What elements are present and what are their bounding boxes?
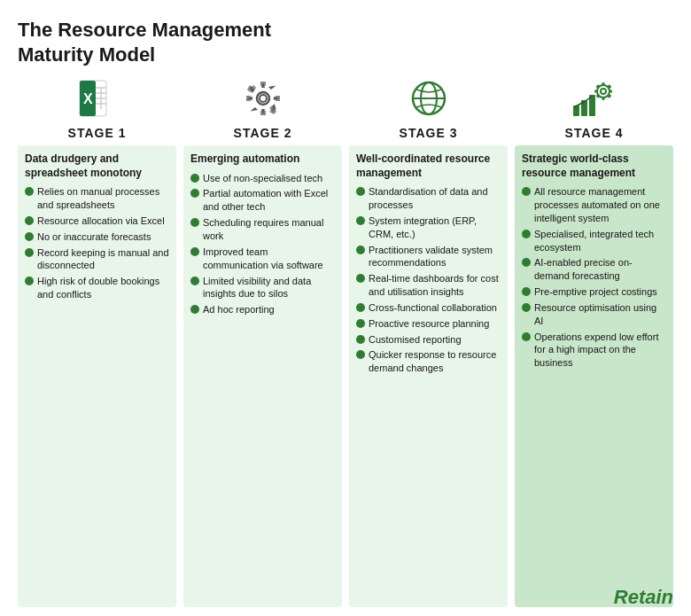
list-item: Real-time dashboards for cost and utilis… [356,272,501,299]
list-item: Resource allocation via Excel [25,214,169,228]
list-item: Scheduling requires manual work [190,216,335,243]
svg-rect-16 [602,97,604,100]
chart-gear-icon [571,79,617,122]
bullet-icon [25,277,34,285]
stage3-card: Well-coordinated resource management Sta… [349,145,508,607]
stage1-bullets: Relies on manual processes and spreadshe… [25,185,169,304]
bullet-icon [190,218,199,227]
page-container: The Resource ManagementMaturity Model X [0,0,691,616]
stage3-subtitle: Well-coordinated resource management [356,152,501,180]
bullet-icon [190,305,199,314]
bullet-icon [522,287,531,296]
bullet-icon [25,232,34,241]
list-item: Operations expend low effort for a high … [522,331,666,370]
stages-row: X STAGE 1 Data drudgery and spreadsheet … [18,79,673,607]
stage3-bullets: Standardisation of data and processes Sy… [356,185,501,378]
stage4-subtitle: Strategic world-class resource managemen… [522,152,666,180]
svg-point-9 [260,95,267,102]
title-section: The Resource ManagementMaturity Model [18,18,673,66]
list-item: High risk of double bookings and conflic… [25,275,169,301]
list-item: AI-enabled precise on-demand forecasting [522,256,666,283]
bullet-icon [25,248,34,257]
bullet-icon [356,350,365,359]
list-item: Partial automation with Excel and other … [190,187,335,214]
svg-rect-21 [595,94,600,98]
stage4-bullets: All resource management processes automa… [522,185,666,372]
bullet-icon [356,246,365,254]
svg-rect-19 [595,84,600,89]
stage1-column: X STAGE 1 Data drudgery and spreadsheet … [18,79,176,607]
list-item: Improved team communication via software [190,246,335,272]
stage1-label: STAGE 1 [68,126,127,140]
svg-rect-18 [609,90,612,93]
bullet-icon [522,230,531,238]
bullet-icon [190,247,199,256]
stage2-label: STAGE 2 [234,126,292,140]
retain-logo-text: Retain [614,586,673,608]
stage2-subtitle: Emerging automation [190,152,335,167]
list-item: Resource optimisation using AI [522,301,666,328]
stage2-card: Emerging automation Use of non-specialis… [183,145,342,607]
bullet-icon [522,187,531,196]
list-item: Use of non-specialised tech [190,172,335,185]
list-item: System integration (ERP, CRM, etc.) [356,214,501,241]
stage4-column: STAGE 4 Strategic world-class resource m… [515,79,673,607]
list-item: Pre-emptive project costings [522,285,666,299]
stage2-header: STAGE 2 [183,79,342,140]
bullet-icon [190,277,199,285]
list-item: Ad hoc reporting [190,303,335,316]
bullet-icon [190,189,199,198]
bullet-icon [522,303,531,312]
svg-point-14 [601,89,606,94]
stage2-column: STAGE 2 Emerging automation Use of non-s… [183,79,342,607]
page-title: The Resource ManagementMaturity Model [18,18,673,66]
bullet-icon [25,216,34,225]
bullet-icon [356,274,365,283]
stage4-header: STAGE 4 [515,79,673,140]
list-item: Specialised, integrated tech ecosystem [522,228,666,254]
list-item: Proactive resource planning [356,317,501,331]
stage3-header: STAGE 3 [349,79,508,140]
gear-icon [244,79,283,122]
list-item: Limited visibility and data insights due… [190,275,335,301]
bullet-icon [190,174,199,183]
list-item: No or inaccurate forecasts [25,230,169,244]
bullet-icon [25,187,34,196]
excel-icon: X [76,79,119,122]
stage1-subtitle: Data drudgery and spreadsheet monotony [25,152,169,180]
bullet-icon [356,187,365,196]
bullet-icon [522,332,531,341]
bullet-icon [356,216,365,225]
globe-icon [409,79,448,122]
list-item: Relies on manual processes and spreadshe… [25,185,169,212]
list-item: Customised reporting [356,333,501,347]
retain-logo: Retain [614,586,673,609]
bullet-icon [356,335,365,344]
svg-text:X: X [83,91,93,106]
list-item: Practitioners validate system recommenda… [356,244,501,270]
stage3-column: STAGE 3 Well-coordinated resource manage… [349,79,508,607]
bullet-icon [356,319,365,328]
stage2-bullets: Use of non-specialised tech Partial auto… [190,172,335,319]
svg-rect-17 [594,90,598,93]
bullet-icon [522,258,531,267]
list-item: Quicker response to resource demand chan… [356,348,501,375]
stage3-label: STAGE 3 [400,126,458,140]
list-item: Cross-functional collaboration [356,301,501,315]
bullet-icon [356,303,365,312]
stage4-card: Strategic world-class resource managemen… [515,145,673,607]
stage1-header: X STAGE 1 [18,79,176,140]
list-item: Record keeping is manual and disconnecte… [25,246,169,273]
stage4-label: STAGE 4 [565,126,624,140]
stage1-card: Data drudgery and spreadsheet monotony R… [18,145,176,607]
list-item: All resource management processes automa… [522,185,666,225]
svg-rect-15 [602,82,604,86]
list-item: Standardisation of data and processes [356,185,501,212]
